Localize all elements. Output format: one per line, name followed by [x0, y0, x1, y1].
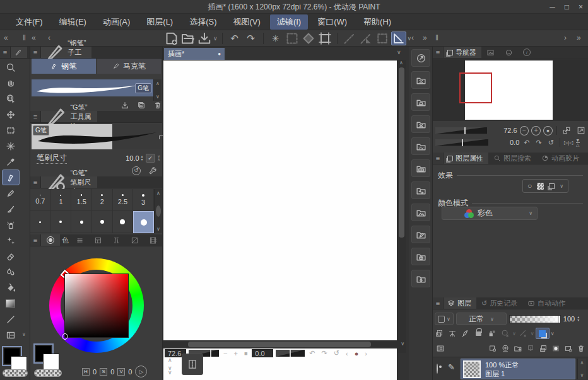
reference-layer-icon[interactable]: [446, 328, 458, 339]
size-option-selected[interactable]: [133, 211, 154, 233]
brush-size-value[interactable]: 10.0: [126, 154, 139, 162]
subview-tab[interactable]: [481, 47, 500, 58]
minimize-button[interactable]: ─: [550, 3, 555, 11]
save-button[interactable]: [197, 32, 212, 45]
scroll-up-icon[interactable]: ∧: [156, 81, 160, 86]
sv-square[interactable]: [65, 274, 128, 337]
snap-to-ruler-toggle[interactable]: [391, 32, 406, 45]
create-layer-mask-icon[interactable]: [550, 343, 562, 354]
color-history-tab[interactable]: [144, 234, 162, 246]
eyedropper-tool[interactable]: [2, 154, 20, 170]
canvas-rotation-slider[interactable]: [276, 350, 305, 357]
zoom-fit-icon[interactable]: ■: [242, 350, 249, 357]
new-canvas-button[interactable]: [164, 32, 179, 45]
apply-mask-icon[interactable]: [562, 343, 574, 354]
record-icon[interactable]: ●: [353, 350, 361, 357]
effect-dropdown-icon[interactable]: ∨: [560, 183, 563, 189]
material-folder-delete-button[interactable]: [411, 115, 430, 133]
tab-list-dropdown-icon[interactable]: ∨: [397, 49, 401, 55]
zoom-tool[interactable]: [2, 59, 20, 75]
duplicate-subtool-icon[interactable]: [135, 100, 147, 110]
layer-color-effect-icon[interactable]: [549, 183, 555, 189]
material-folder-save-button[interactable]: [411, 93, 430, 111]
source-settings-button[interactable]: ✓: [146, 154, 155, 163]
scroll-down-icon[interactable]: ∨: [580, 372, 584, 378]
brush-size-label[interactable]: 笔刷尺寸: [37, 153, 67, 164]
prev-page-icon[interactable]: ‹: [344, 350, 350, 357]
page-manager-button[interactable]: [182, 354, 203, 375]
information-tab[interactable]: i: [518, 47, 536, 58]
auto-action-tab[interactable]: 自动动作: [522, 297, 570, 309]
layer-search-tab[interactable]: 图层搜索: [488, 153, 536, 164]
size-option[interactable]: 3: [133, 189, 154, 211]
color-wheel-tab[interactable]: [41, 234, 60, 246]
size-option[interactable]: [30, 211, 51, 233]
fill-tool-button[interactable]: [301, 32, 316, 45]
intermediate-color-tab[interactable]: [107, 234, 126, 246]
lock-transparent-pixels-icon[interactable]: [486, 328, 498, 339]
opacity-slider[interactable]: [509, 315, 561, 323]
color-set-tab[interactable]: [89, 234, 107, 246]
operate-3d-tool[interactable]: [2, 91, 20, 107]
layer-name[interactable]: 图层 1: [485, 369, 519, 378]
maximize-button[interactable]: □: [565, 3, 569, 11]
draft-layer-icon[interactable]: [459, 328, 471, 339]
layer-property-menu-icon[interactable]: ≡: [433, 153, 444, 164]
layer-color-button[interactable]: [536, 328, 550, 339]
blend-tool[interactable]: [2, 264, 20, 280]
save-dropdown-icon[interactable]: ∨: [213, 35, 218, 42]
figure-tool[interactable]: [2, 311, 20, 327]
deselect-button[interactable]: [285, 32, 300, 45]
brush-size-scrollbar[interactable]: ∧ ∨: [154, 189, 162, 233]
move-tool[interactable]: [2, 107, 20, 122]
collapse-right-icon[interactable]: »: [423, 33, 427, 42]
history-tab[interactable]: ↺ 历史记录: [476, 297, 522, 309]
page-up-icon[interactable]: ∧: [168, 357, 172, 363]
layer-color-dropdown-icon[interactable]: ∨: [551, 331, 555, 337]
layer-visibility-eye-icon[interactable]: [437, 364, 438, 373]
canvas-rotation-value[interactable]: 0.0: [252, 349, 273, 357]
menu-layer[interactable]: 图层(L): [139, 14, 180, 30]
navigator-tab[interactable]: 导航器: [444, 47, 481, 58]
size-option[interactable]: 2: [92, 189, 113, 211]
redo-button[interactable]: ↷: [244, 32, 259, 45]
navigator-preview[interactable]: [433, 59, 588, 121]
layer-tab[interactable]: 图层: [444, 297, 476, 309]
property-scroll-icons[interactable]: ∨∧: [158, 155, 160, 161]
scroll-up-icon[interactable]: ∧: [156, 190, 160, 196]
airbrush-tool[interactable]: [2, 217, 20, 233]
decoration-tool[interactable]: [2, 233, 20, 248]
tool-scroll-down-icon[interactable]: ∨: [22, 331, 26, 337]
tool-property-tab[interactable]: “G笔”工具属性: [41, 111, 97, 122]
nav-reset-rotation-icon[interactable]: ↺: [546, 139, 556, 147]
frame-border-tool[interactable]: [2, 327, 20, 343]
tool-property-menu-icon[interactable]: ≡: [30, 111, 41, 122]
material-folder-pose-button[interactable]: [411, 270, 430, 287]
size-option[interactable]: [113, 211, 134, 233]
new-raster-layer-icon[interactable]: [486, 343, 498, 354]
undo-button[interactable]: ↶: [227, 32, 242, 45]
fit-to-window-icon[interactable]: [561, 125, 573, 136]
subtool-panel-tab[interactable]: “钢笔”子工具: [41, 47, 91, 58]
snap-ruler-button[interactable]: [342, 32, 357, 45]
quick-share-tab[interactable]: [500, 47, 518, 58]
canvas-horizontal-scrollbar[interactable]: ∨: [163, 340, 406, 348]
animation-cel-tab[interactable]: 动画胶片: [536, 153, 584, 164]
size-option[interactable]: 1.5: [71, 189, 92, 211]
next-page-icon[interactable]: ›: [363, 350, 369, 357]
layer-panel-menu-icon[interactable]: ≡: [433, 297, 444, 309]
nav-rotate-cw-icon[interactable]: ↷: [534, 139, 544, 147]
material-quick-access-button[interactable]: [411, 49, 430, 67]
eraser-tool[interactable]: [2, 248, 20, 264]
layer-list-scrollbar[interactable]: ∧ ∨: [577, 359, 586, 379]
scroll-down-icon[interactable]: ∨: [401, 341, 404, 347]
hand-tool[interactable]: [2, 75, 20, 91]
collapse-right-icon[interactable]: »: [577, 33, 581, 42]
color-mode-dropdown[interactable]: 彩色 ∨: [442, 207, 538, 220]
size-option[interactable]: [51, 211, 72, 233]
scroll-up-icon[interactable]: ∧: [399, 60, 403, 66]
crop-frame-button[interactable]: [317, 32, 332, 45]
brush-size-spinner[interactable]: ▴▾: [141, 155, 143, 161]
new-layer-dialog-icon[interactable]: [499, 343, 511, 354]
gradient-tool[interactable]: [2, 296, 20, 311]
